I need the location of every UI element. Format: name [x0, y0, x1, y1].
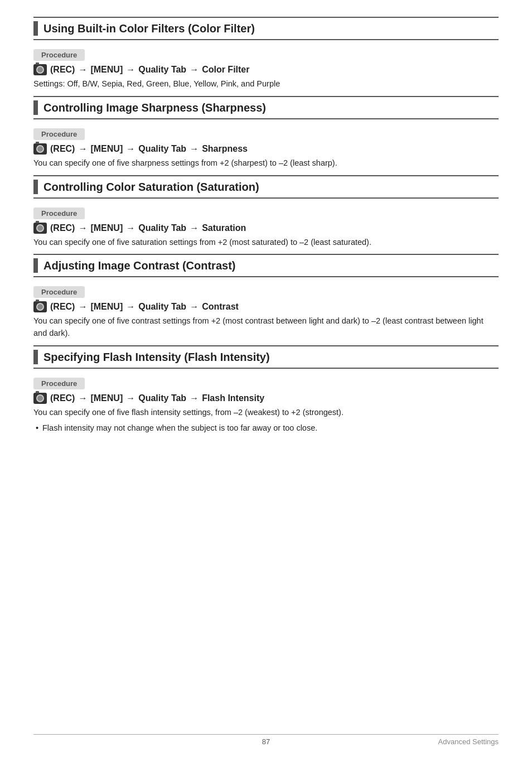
arrow-icon: →: [126, 302, 135, 312]
procedure-badge-flash-intensity: Procedure: [33, 378, 85, 389]
section-header-saturation: Controlling Color Saturation (Saturation…: [33, 175, 499, 199]
arrow-icon: →: [190, 65, 199, 75]
description-contrast: You can specify one of five contrast set…: [33, 315, 499, 340]
camera-icon: [33, 301, 47, 312]
section-title-sharpness: Controlling Image Sharpness (Sharpness): [43, 100, 266, 115]
description-sharpness: You can specify one of five sharpness se…: [33, 157, 499, 170]
section-title-contrast: Adjusting Image Contrast (Contrast): [43, 258, 235, 273]
section-header-contrast: Adjusting Image Contrast (Contrast): [33, 254, 499, 277]
procedure-path-sharpness: (REC) → [MENU] → Quality Tab → Sharpness: [33, 143, 499, 155]
arrow-icon: →: [78, 302, 87, 312]
section-title-saturation: Controlling Color Saturation (Saturation…: [43, 180, 259, 194]
procedure-badge-color-filter: Procedure: [33, 49, 85, 61]
section-color-filter: Using Built-in Color Filters (Color Filt…: [33, 17, 499, 90]
arrow-icon: →: [78, 65, 87, 75]
procedure-path-flash-intensity: (REC) → [MENU] → Quality Tab → Flash Int…: [33, 393, 499, 404]
section-bar: [33, 21, 38, 36]
arrow-icon: →: [126, 223, 135, 233]
section-sharpness: Controlling Image Sharpness (Sharpness)P…: [33, 96, 499, 170]
arrow-icon: →: [190, 393, 199, 403]
arrow-icon: →: [126, 65, 135, 75]
section-header-color-filter: Using Built-in Color Filters (Color Filt…: [33, 17, 499, 40]
section-bar: [33, 100, 38, 115]
arrow-icon: →: [126, 393, 135, 403]
procedure-path-saturation: (REC) → [MENU] → Quality Tab → Saturatio…: [33, 223, 499, 234]
section-bar: [33, 180, 38, 194]
description-saturation: You can specify one of five saturation s…: [33, 237, 499, 249]
procedure-path-color-filter: (REC) → [MENU] → Quality Tab → Color Fil…: [33, 64, 499, 75]
description-flash-intensity: You can specify one of five flash intens…: [33, 407, 499, 419]
section-header-sharpness: Controlling Image Sharpness (Sharpness): [33, 96, 499, 119]
section-title-color-filter: Using Built-in Color Filters (Color Filt…: [43, 21, 255, 36]
bottom-divider: [33, 734, 499, 735]
arrow-icon: →: [126, 144, 135, 154]
arrow-icon: →: [190, 223, 199, 233]
procedure-badge-sharpness: Procedure: [33, 128, 85, 140]
arrow-icon: →: [78, 223, 87, 233]
section-flash-intensity: Specifying Flash Intensity (Flash Intens…: [33, 345, 499, 435]
camera-icon: [33, 64, 47, 75]
camera-icon: [33, 393, 47, 404]
camera-icon: [33, 143, 47, 155]
section-header-flash-intensity: Specifying Flash Intensity (Flash Intens…: [33, 345, 499, 369]
procedure-path-contrast: (REC) → [MENU] → Quality Tab → Contrast: [33, 301, 499, 312]
arrow-icon: →: [78, 144, 87, 154]
section-contrast: Adjusting Image Contrast (Contrast)Proce…: [33, 254, 499, 340]
description-color-filter: Settings: Off, B/W, Sepia, Red, Green, B…: [33, 78, 499, 90]
section-bar: [33, 350, 38, 364]
procedure-badge-contrast: Procedure: [33, 286, 85, 298]
page-label: Advanced Settings: [438, 737, 499, 746]
bullet-flash-intensity: Flash intensity may not change when the …: [33, 422, 499, 435]
section-title-flash-intensity: Specifying Flash Intensity (Flash Intens…: [43, 350, 270, 364]
procedure-badge-saturation: Procedure: [33, 208, 85, 219]
arrow-icon: →: [78, 393, 87, 403]
page-number: 87: [262, 737, 270, 746]
arrow-icon: →: [190, 144, 199, 154]
arrow-icon: →: [190, 302, 199, 312]
section-saturation: Controlling Color Saturation (Saturation…: [33, 175, 499, 249]
camera-icon: [33, 223, 47, 234]
section-bar: [33, 258, 38, 273]
